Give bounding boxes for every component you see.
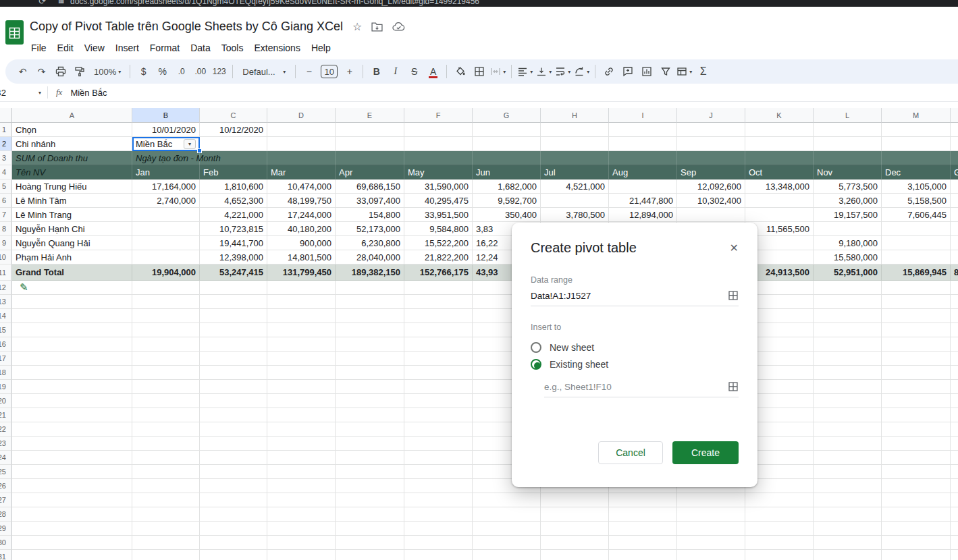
cell-K30[interactable] bbox=[745, 536, 814, 550]
cell-A30[interactable] bbox=[12, 536, 132, 550]
cell-E7[interactable]: 154,800 bbox=[336, 208, 404, 222]
zoom-select[interactable]: 100%▾ bbox=[89, 63, 126, 81]
cell-E25[interactable] bbox=[336, 465, 404, 479]
cell-M20[interactable] bbox=[882, 394, 951, 408]
col-header-H[interactable]: H bbox=[541, 108, 609, 123]
cell-E18[interactable] bbox=[336, 366, 404, 380]
cell-C5[interactable]: 1,810,600 bbox=[200, 179, 267, 194]
cell-H4[interactable]: Jul bbox=[541, 165, 609, 179]
cell-C12[interactable] bbox=[200, 281, 267, 295]
cell-A6[interactable]: Lê Minh Tâm bbox=[12, 194, 132, 208]
insert-location-input[interactable]: e.g., Sheet1!F10 bbox=[544, 381, 739, 397]
row-header-29[interactable]: 29 bbox=[0, 522, 12, 536]
cell-L3[interactable] bbox=[814, 151, 882, 165]
document-title[interactable]: Copy of Pivot Table trên Google Sheets b… bbox=[30, 20, 343, 34]
cell-N28[interactable] bbox=[951, 507, 958, 522]
col-header-E[interactable]: E bbox=[336, 108, 404, 123]
radio-existing-sheet[interactable]: Existing sheet bbox=[531, 359, 739, 370]
cell-F13[interactable] bbox=[404, 295, 473, 309]
cell-A3[interactable]: SUM of Doanh thu bbox=[12, 151, 132, 165]
menu-data[interactable]: Data bbox=[185, 40, 216, 55]
cell-E5[interactable]: 69,686,150 bbox=[336, 179, 404, 194]
cell-D4[interactable]: Mar bbox=[267, 165, 336, 179]
cell-C15[interactable] bbox=[200, 323, 267, 337]
cell-B2[interactable]: Miền Bắc▾ bbox=[132, 137, 200, 151]
row-header-1[interactable]: 1 bbox=[0, 123, 12, 137]
fill-color-button[interactable] bbox=[451, 63, 469, 81]
cell-K29[interactable] bbox=[745, 522, 814, 536]
menu-view[interactable]: View bbox=[79, 40, 110, 55]
decrease-font-size-button[interactable]: − bbox=[300, 63, 318, 81]
cell-D19[interactable] bbox=[267, 380, 336, 394]
cell-B5[interactable]: 17,164,000 bbox=[132, 179, 200, 194]
col-header-D[interactable]: D bbox=[267, 108, 336, 123]
cell-E14[interactable] bbox=[336, 309, 404, 323]
cell-I31[interactable] bbox=[609, 550, 677, 560]
cell-M21[interactable] bbox=[882, 408, 951, 422]
merge-cells-button[interactable]: ▾ bbox=[489, 63, 507, 81]
cell-J6[interactable]: 10,302,400 bbox=[677, 194, 745, 208]
cell-C22[interactable] bbox=[200, 422, 267, 437]
cell-N7[interactable] bbox=[951, 208, 958, 222]
row-header-2[interactable]: 2 bbox=[0, 137, 12, 151]
cell-F27[interactable] bbox=[404, 493, 473, 507]
cell-C24[interactable] bbox=[200, 451, 267, 465]
cell-J29[interactable] bbox=[677, 522, 745, 536]
cell-A15[interactable] bbox=[12, 323, 132, 337]
cell-G31[interactable] bbox=[473, 550, 541, 560]
cell-M7[interactable]: 7,606,445 bbox=[882, 208, 951, 222]
row-header-21[interactable]: 21 bbox=[0, 408, 12, 422]
cell-E13[interactable] bbox=[336, 295, 404, 309]
cell-A23[interactable] bbox=[12, 437, 132, 451]
cell-L10[interactable]: 15,580,000 bbox=[814, 250, 882, 264]
cell-F6[interactable]: 40,295,475 bbox=[404, 194, 473, 208]
row-header-15[interactable]: 15 bbox=[0, 323, 12, 337]
insert-comment-button[interactable] bbox=[618, 63, 637, 81]
cell-M11[interactable]: 15,869,945 bbox=[882, 264, 951, 281]
cell-B24[interactable] bbox=[132, 451, 200, 465]
row-header-22[interactable]: 22 bbox=[0, 422, 12, 437]
edit-pencil-icon[interactable]: ✎ bbox=[20, 281, 28, 293]
cell-N17[interactable] bbox=[951, 352, 958, 366]
select-range-icon[interactable] bbox=[728, 381, 739, 392]
row-header-28[interactable]: 28 bbox=[0, 507, 12, 522]
cell-N8[interactable] bbox=[951, 222, 958, 236]
cell-F23[interactable] bbox=[404, 437, 473, 451]
cell-A24[interactable] bbox=[12, 451, 132, 465]
cell-B15[interactable] bbox=[132, 323, 200, 337]
menu-extensions[interactable]: Extensions bbox=[248, 40, 305, 55]
increase-font-size-button[interactable]: + bbox=[340, 63, 358, 81]
cell-A14[interactable] bbox=[12, 309, 132, 323]
cell-N4[interactable]: Grand Total bbox=[951, 165, 958, 179]
cell-I7[interactable]: 12,894,000 bbox=[609, 208, 677, 222]
cell-A2[interactable]: Chi nhánh bbox=[12, 137, 132, 151]
cell-E12[interactable] bbox=[336, 281, 404, 295]
cell-D6[interactable]: 48,199,750 bbox=[267, 194, 336, 208]
cell-G28[interactable] bbox=[473, 507, 541, 522]
cell-C2[interactable] bbox=[200, 137, 267, 151]
insert-chart-button[interactable] bbox=[637, 63, 656, 81]
formula-input[interactable]: Miền Bắc bbox=[70, 88, 107, 98]
cell-B16[interactable] bbox=[132, 337, 200, 352]
row-header-7[interactable]: 7 bbox=[0, 208, 12, 222]
cell-L25[interactable] bbox=[814, 465, 882, 479]
cell-M5[interactable]: 3,105,000 bbox=[882, 179, 951, 194]
cell-D1[interactable] bbox=[267, 123, 336, 137]
cell-H30[interactable] bbox=[541, 536, 609, 550]
reload-icon[interactable]: ⟳ bbox=[38, 0, 46, 6]
cell-N3[interactable] bbox=[951, 151, 958, 165]
increase-decimal-button[interactable]: .00 bbox=[191, 63, 209, 81]
borders-button[interactable] bbox=[470, 63, 488, 81]
cell-N24[interactable] bbox=[951, 451, 958, 465]
cell-N25[interactable] bbox=[951, 465, 958, 479]
cell-E10[interactable]: 28,040,000 bbox=[336, 250, 404, 264]
cell-L6[interactable]: 3,260,000 bbox=[814, 194, 882, 208]
cell-B18[interactable] bbox=[132, 366, 200, 380]
cell-N2[interactable] bbox=[951, 137, 958, 151]
cell-L9[interactable]: 9,180,000 bbox=[814, 236, 882, 250]
cell-D29[interactable] bbox=[267, 522, 336, 536]
cell-I1[interactable] bbox=[609, 123, 677, 137]
cell-D5[interactable]: 10,474,000 bbox=[267, 179, 336, 194]
cell-A28[interactable] bbox=[12, 507, 132, 522]
cell-F19[interactable] bbox=[404, 380, 473, 394]
